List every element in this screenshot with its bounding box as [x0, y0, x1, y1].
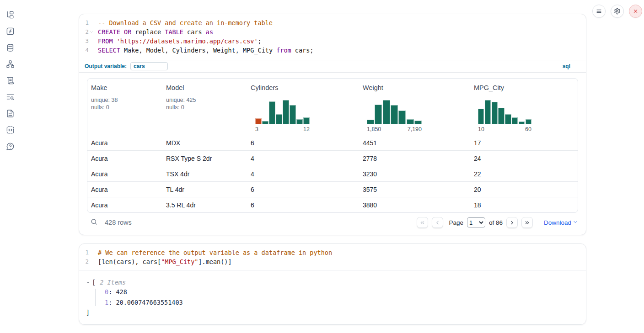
table-cell: 22	[470, 170, 578, 178]
column-header-mpg_city[interactable]: MPG_City1060	[470, 79, 578, 135]
chevrons-left-icon	[419, 220, 425, 226]
shutdown-button[interactable]	[629, 5, 642, 18]
sidebar-item-file-explorer[interactable]	[5, 9, 16, 20]
sidebar-item-dependencies[interactable]	[5, 58, 16, 69]
menu-icon	[596, 8, 602, 15]
search-button[interactable]	[90, 218, 98, 227]
table-cell: 4	[247, 170, 359, 178]
chevron-left-icon	[435, 220, 440, 226]
histogram-bar	[262, 121, 268, 124]
sidebar-item-help[interactable]	[5, 141, 16, 152]
close-bracket: ]	[86, 308, 586, 317]
histogram-bar	[391, 105, 398, 124]
histogram-bar	[375, 105, 382, 124]
table-cell: 3230	[359, 170, 470, 178]
sidebar-item-logs[interactable]	[5, 91, 16, 102]
sql-code-editor[interactable]: 1-- Download a CSV and create an in-memo…	[79, 14, 586, 60]
table-row[interactable]: AcuraTSX 4dr4323022	[87, 166, 578, 181]
scroll-icon	[6, 76, 15, 85]
histogram-bar	[290, 105, 296, 124]
python-code-editor[interactable]: 1# We can reference the output variable …	[79, 244, 586, 270]
page-select[interactable]: 1	[467, 217, 485, 227]
download-button[interactable]: Download	[544, 219, 578, 226]
column-header-make[interactable]: Makeunique: 38nulls: 0	[87, 79, 162, 135]
items-count-label: 2 Items	[100, 279, 126, 286]
table-cell: TSX 4dr	[162, 170, 247, 178]
code-text: SELECT Make, Model, Cylinders, Weight, M…	[94, 46, 313, 55]
notebook-actions	[592, 5, 642, 18]
entry-value: 428	[116, 288, 127, 296]
python-output: [ 2 Items 0: 4281: 20.060747663551403 ]	[79, 270, 586, 317]
table-cell: 4451	[359, 139, 470, 147]
column-header-model[interactable]: Modelunique: 425nulls: 0	[162, 79, 247, 135]
column-header-weight[interactable]: Weight1,8507,190	[359, 79, 470, 135]
previous-page-button[interactable]	[432, 217, 443, 228]
file-tree-icon	[6, 11, 15, 19]
sidebar	[0, 9, 20, 152]
table-row[interactable]: AcuraTL 4dr6357520	[87, 181, 578, 197]
table-row[interactable]: Acura3.5 RL 4dr6388018	[87, 197, 578, 212]
file-text-icon	[6, 109, 15, 118]
sidebar-item-documentation[interactable]	[5, 108, 16, 119]
code-line: 1-- Download a CSV and create an in-memo…	[79, 18, 586, 27]
chevrons-right-icon	[524, 220, 530, 226]
table-cell: 18	[470, 201, 578, 209]
fold-gutter	[89, 37, 94, 46]
column-label: Cylinders	[251, 84, 359, 91]
column-label: Weight	[363, 84, 470, 91]
gutter: 3	[79, 37, 94, 46]
table-row[interactable]: AcuraRSX Type S 2dr4277824	[87, 150, 578, 166]
histogram-bar	[303, 117, 310, 124]
table-cell: Acura	[87, 201, 162, 209]
histogram-bar	[485, 100, 491, 124]
table-cell: 3880	[359, 201, 470, 209]
menu-button[interactable]	[592, 5, 606, 18]
table-row[interactable]: AcuraMDX6445117	[87, 135, 578, 150]
histogram-bar	[505, 114, 511, 124]
entry-value: 20.060747663551403	[116, 299, 182, 306]
search-icon	[90, 218, 98, 227]
sidebar-item-scratchpad[interactable]	[5, 75, 16, 86]
output-tree: 0: 4281: 20.060747663551403	[86, 287, 586, 308]
line-number: 2	[79, 27, 89, 37]
table-cell: Acura	[87, 170, 162, 178]
settings-button[interactable]	[611, 5, 624, 18]
histogram-bar	[407, 119, 414, 124]
fold-chevron-icon[interactable]	[89, 27, 94, 37]
column-header-cylinders[interactable]: Cylinders312	[247, 79, 359, 135]
close-icon	[632, 8, 639, 15]
last-page-button[interactable]	[521, 217, 533, 228]
column-stats: unique: 38nulls: 0	[91, 96, 162, 111]
histogram-bar	[478, 109, 484, 124]
code-line: 1# We can reference the output variable …	[79, 248, 586, 257]
pagination: Page 1 of 86 Download	[417, 217, 578, 228]
first-page-button[interactable]	[417, 217, 428, 228]
table-cell: 24	[470, 155, 578, 162]
histogram-bar	[498, 108, 504, 124]
histogram-max-label: 7,190	[408, 126, 422, 132]
table-cell: Acura	[87, 155, 162, 162]
function-square-icon	[6, 27, 15, 36]
output-variable-input[interactable]	[130, 62, 168, 70]
entry-key: 1	[105, 299, 108, 306]
histogram-bar	[296, 119, 303, 124]
sidebar-item-snippets[interactable]	[5, 124, 16, 135]
table-cell: 3.5 RL 4dr	[162, 201, 247, 209]
language-badge[interactable]: sql	[563, 63, 570, 69]
open-bracket: [	[92, 279, 96, 286]
histogram-bar	[255, 118, 262, 124]
next-page-button[interactable]	[506, 217, 518, 228]
column-histogram: 312	[255, 100, 310, 135]
code-text: FROM 'https://datasets.marimo.app/cars.c…	[94, 37, 262, 46]
table-footer: 428 rows Page 1 of 86 Download	[87, 213, 578, 232]
collapse-chevron-icon[interactable]	[86, 280, 92, 285]
column-label: Make	[91, 84, 162, 91]
sidebar-item-variables[interactable]	[5, 26, 16, 37]
histogram-bar	[414, 121, 422, 124]
download-label: Download	[544, 219, 571, 226]
table-header-row: Makeunique: 38nulls: 0Modelunique: 425nu…	[87, 79, 578, 135]
sidebar-item-datasources[interactable]	[5, 42, 16, 53]
code-box-icon	[6, 126, 15, 134]
fold-gutter	[89, 248, 94, 257]
column-label: MPG_City	[474, 84, 578, 91]
